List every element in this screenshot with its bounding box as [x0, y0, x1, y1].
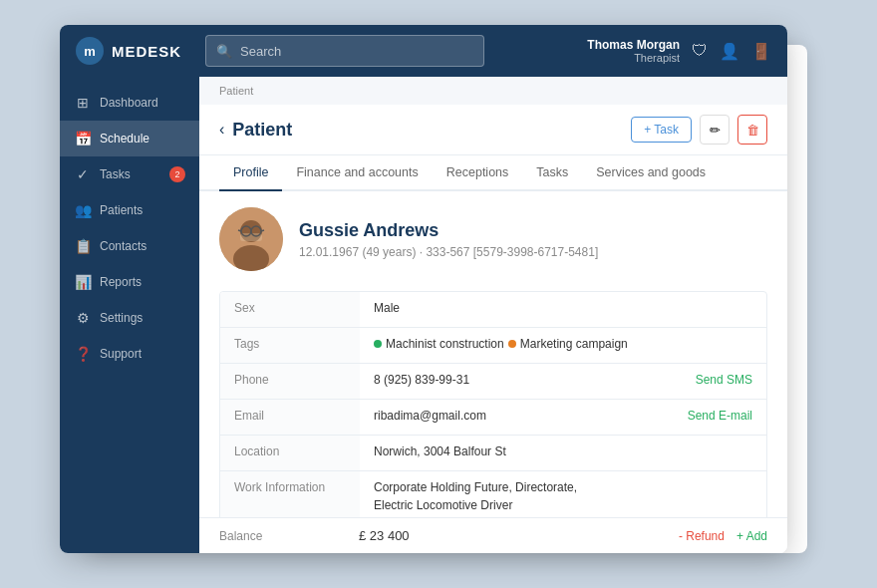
add-task-button[interactable]: + Task: [631, 117, 692, 143]
delete-icon: 🗑: [746, 123, 759, 138]
info-row-email: Email ribadima@gmail.com Send E-mail: [220, 400, 766, 436]
value-sex: Male: [360, 292, 766, 327]
add-payment-button[interactable]: + Add: [736, 529, 767, 543]
logo-text: MEDESK: [112, 43, 181, 60]
patient-header: ‹ Patient + Task ✏ 🗑: [199, 105, 787, 155]
settings-icon: ⚙: [74, 310, 92, 326]
sidebar: ⊞ Dashboard 📅 Schedule ✓ Tasks 2 👥 Patie…: [60, 77, 199, 553]
tab-finance[interactable]: Finance and accounts: [282, 155, 432, 191]
sidebar-item-tasks[interactable]: ✓ Tasks 2: [60, 156, 199, 192]
sidebar-label-support: Support: [100, 347, 142, 361]
sidebar-label-settings: Settings: [100, 311, 143, 325]
main-area: ⊞ Dashboard 📅 Schedule ✓ Tasks 2 👥 Patie…: [60, 77, 787, 553]
refund-button[interactable]: - Refund: [679, 529, 725, 543]
patient-title-area: ‹ Patient: [219, 120, 292, 141]
app-window: m MEDESK 🔍 Search Thomas Morgan Therapis…: [60, 25, 787, 553]
sidebar-item-dashboard[interactable]: ⊞ Dashboard: [60, 85, 199, 121]
content-panel: Patient ‹ Patient + Task ✏ 🗑: [199, 77, 787, 553]
user-role: Therapist: [587, 52, 680, 64]
sidebar-item-contacts[interactable]: 📋 Contacts: [60, 228, 199, 264]
sidebar-label-patients: Patients: [100, 203, 143, 217]
tag-dot-green: [374, 340, 382, 348]
sidebar-item-settings[interactable]: ⚙ Settings: [60, 300, 199, 336]
send-sms-button[interactable]: Send SMS: [696, 373, 752, 387]
label-work: Work Information: [220, 471, 360, 517]
sidebar-item-schedule[interactable]: 📅 Schedule: [60, 121, 199, 156]
sidebar-label-contacts: Contacts: [100, 239, 146, 253]
shield-icon[interactable]: 🛡: [692, 42, 708, 60]
sidebar-label-schedule: Schedule: [100, 132, 149, 146]
logout-icon[interactable]: 🚪: [751, 42, 771, 61]
tab-receptions[interactable]: Receptions: [433, 155, 523, 191]
sidebar-item-reports[interactable]: 📊 Reports: [60, 264, 199, 300]
tag-machinist: Machinist construction: [374, 337, 504, 351]
info-row-location: Location Norwich, 3004 Balfour St: [220, 436, 766, 471]
topbar-right: Thomas Morgan Therapist 🛡 👤 🚪: [587, 38, 771, 64]
phone-number: 8 (925) 839-99-31: [374, 373, 469, 387]
logo-icon: m: [76, 37, 104, 65]
send-email-button[interactable]: Send E-mail: [688, 409, 752, 423]
svg-rect-3: [240, 233, 262, 241]
value-work: Corporate Holding Future, Directorate, E…: [360, 471, 766, 517]
tab-profile[interactable]: Profile: [219, 155, 282, 191]
info-row-phone: Phone 8 (925) 839-99-31 Send SMS: [220, 364, 766, 400]
patients-icon: 👥: [74, 202, 92, 218]
value-phone: 8 (925) 839-99-31 Send SMS: [360, 364, 766, 399]
sidebar-label-reports: Reports: [100, 275, 142, 289]
edit-button[interactable]: ✏: [700, 115, 730, 145]
delete-button[interactable]: 🗑: [737, 115, 767, 145]
tasks-icon: ✓: [74, 166, 92, 182]
value-email: ribadima@gmail.com Send E-mail: [360, 400, 766, 435]
tab-tasks[interactable]: Tasks: [522, 155, 582, 191]
email-address: ribadima@gmail.com: [374, 409, 486, 423]
info-row-tags: Tags Machinist construction Marketing ca…: [220, 328, 766, 364]
user-name: Thomas Morgan: [587, 38, 680, 52]
tag-label-machinist: Machinist construction: [386, 337, 504, 351]
tag-marketing: Marketing campaign: [508, 337, 628, 351]
label-sex: Sex: [220, 292, 360, 327]
label-location: Location: [220, 436, 360, 470]
balance-value: £ 23 400: [359, 528, 679, 543]
tasks-badge: 2: [169, 166, 185, 182]
support-icon: ❓: [74, 346, 92, 362]
value-location: Norwich, 3004 Balfour St: [360, 436, 766, 470]
dashboard-icon: ⊞: [74, 95, 92, 111]
avatar: [219, 207, 283, 271]
search-icon: 🔍: [216, 44, 232, 59]
search-placeholder: Search: [240, 44, 281, 59]
topbar: m MEDESK 🔍 Search Thomas Morgan Therapis…: [60, 25, 787, 77]
work-line-2: Electric Locomotive Driver: [374, 498, 512, 512]
back-button[interactable]: ‹: [219, 121, 224, 139]
info-table: Sex Male Tags Machinist construction: [219, 291, 767, 517]
patient-info-header: Gussie Andrews 12.01.1967 (49 years) · 3…: [219, 207, 767, 271]
sidebar-item-support[interactable]: ❓ Support: [60, 336, 199, 372]
balance-label: Balance: [219, 529, 359, 543]
value-tags: Machinist construction Marketing campaig…: [360, 328, 766, 363]
user-circle-icon[interactable]: 👤: [720, 42, 739, 61]
profile-content: Gussie Andrews 12.01.1967 (49 years) · 3…: [199, 191, 787, 517]
info-row-work: Work Information Corporate Holding Futur…: [220, 471, 766, 517]
breadcrumb: Patient: [199, 77, 787, 105]
reports-icon: 📊: [74, 274, 92, 290]
tag-label-marketing: Marketing campaign: [520, 337, 628, 351]
search-bar[interactable]: 🔍 Search: [205, 35, 484, 67]
info-row-sex: Sex Male: [220, 292, 766, 328]
work-line-1: Corporate Holding Future, Directorate,: [374, 480, 577, 494]
contacts-icon: 📋: [74, 238, 92, 254]
logo-area: m MEDESK: [76, 37, 205, 65]
edit-icon: ✏: [710, 123, 721, 138]
patient-name-block: Gussie Andrews 12.01.1967 (49 years) · 3…: [299, 220, 598, 259]
user-info: Thomas Morgan Therapist: [587, 38, 680, 64]
header-actions: + Task ✏ 🗑: [631, 115, 767, 145]
patient-meta: 12.01.1967 (49 years) · 333-567 [5579-39…: [299, 245, 598, 259]
sidebar-item-patients[interactable]: 👥 Patients: [60, 192, 199, 228]
svg-line-8: [261, 230, 264, 231]
svg-line-7: [238, 230, 241, 231]
tab-services[interactable]: Services and goods: [582, 155, 720, 191]
sidebar-label-dashboard: Dashboard: [100, 96, 158, 110]
label-tags: Tags: [220, 328, 360, 363]
label-phone: Phone: [220, 364, 360, 399]
sidebar-label-tasks: Tasks: [100, 167, 131, 181]
schedule-icon: 📅: [74, 131, 92, 147]
tabs: Profile Finance and accounts Receptions …: [199, 155, 787, 191]
